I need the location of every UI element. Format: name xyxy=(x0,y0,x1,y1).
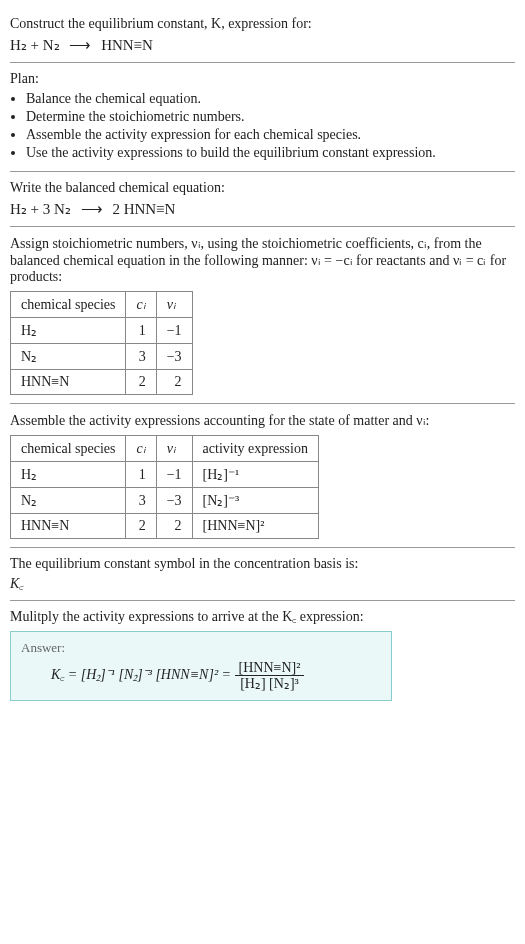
arrow-icon: ⟶ xyxy=(81,200,103,218)
cell-species: H₂ xyxy=(11,462,126,488)
col-nui: νᵢ xyxy=(156,436,192,462)
symbol-section: The equilibrium constant symbol in the c… xyxy=(10,548,515,601)
plan-section: Plan: Balance the chemical equation. Det… xyxy=(10,63,515,172)
table-row: H₂ 1 −1 [H₂]⁻¹ xyxy=(11,462,319,488)
plan-item: Determine the stoichiometric numbers. xyxy=(26,109,515,125)
answer-fraction: [HNN≡N]² [H₂] [N₂]³ xyxy=(235,660,305,692)
plan-title: Plan: xyxy=(10,71,515,87)
table-row: N₂ 3 −3 [N₂]⁻³ xyxy=(11,488,319,514)
cell-species: H₂ xyxy=(11,318,126,344)
balanced-section: Write the balanced chemical equation: H₂… xyxy=(10,172,515,227)
cell-nui: −1 xyxy=(156,462,192,488)
cell-ci: 1 xyxy=(126,318,156,344)
cell-species: N₂ xyxy=(11,344,126,370)
cell-species: HNN≡N xyxy=(11,370,126,395)
stoich-table: chemical species cᵢ νᵢ H₂ 1 −1 N₂ 3 −3 H… xyxy=(10,291,193,395)
cell-nui: 2 xyxy=(156,514,192,539)
cell-activity: [HNN≡N]² xyxy=(192,514,318,539)
table-row: N₂ 3 −3 xyxy=(11,344,193,370)
answer-lhs: K꜀ = [H₂]⁻¹ [N₂]⁻³ [HNN≡N]² = xyxy=(51,667,231,682)
cell-nui: 2 xyxy=(156,370,192,395)
arrow-icon: ⟶ xyxy=(69,36,91,54)
table-header-row: chemical species cᵢ νᵢ xyxy=(11,292,193,318)
cell-nui: −3 xyxy=(156,344,192,370)
stoich-text: Assign stoichiometric numbers, νᵢ, using… xyxy=(10,235,515,285)
table-row: H₂ 1 −1 xyxy=(11,318,193,344)
balanced-eq-lhs: H₂ + 3 N₂ xyxy=(10,201,71,217)
cell-ci: 3 xyxy=(126,344,156,370)
cell-nui: −3 xyxy=(156,488,192,514)
activity-table: chemical species cᵢ νᵢ activity expressi… xyxy=(10,435,319,539)
answer-label: Answer: xyxy=(21,640,381,656)
cell-species: N₂ xyxy=(11,488,126,514)
intro-line1: Construct the equilibrium constant, K, e… xyxy=(10,16,312,31)
stoich-section: Assign stoichiometric numbers, νᵢ, using… xyxy=(10,227,515,404)
col-activity: activity expression xyxy=(192,436,318,462)
cell-activity: [N₂]⁻³ xyxy=(192,488,318,514)
cell-activity: [H₂]⁻¹ xyxy=(192,462,318,488)
balanced-title: Write the balanced chemical equation: xyxy=(10,180,515,196)
fraction-numerator: [HNN≡N]² xyxy=(235,660,305,676)
plan-item: Assemble the activity expression for eac… xyxy=(26,127,515,143)
table-header-row: chemical species cᵢ νᵢ activity expressi… xyxy=(11,436,319,462)
plan-item: Balance the chemical equation. xyxy=(26,91,515,107)
col-ci: cᵢ xyxy=(126,436,156,462)
col-ci: cᵢ xyxy=(126,292,156,318)
intro-equation: H₂ + N₂ ⟶ HNN≡N xyxy=(10,36,515,54)
balanced-eq-rhs: 2 HNN≡N xyxy=(112,201,175,217)
cell-ci: 2 xyxy=(126,514,156,539)
symbol-title: The equilibrium constant symbol in the c… xyxy=(10,556,515,572)
balanced-equation: H₂ + 3 N₂ ⟶ 2 HNN≡N xyxy=(10,200,515,218)
col-nui: νᵢ xyxy=(156,292,192,318)
cell-ci: 3 xyxy=(126,488,156,514)
table-row: HNN≡N 2 2 xyxy=(11,370,193,395)
intro-eq-rhs: HNN≡N xyxy=(101,37,153,53)
plan-item: Use the activity expressions to build th… xyxy=(26,145,515,161)
answer-box: Answer: K꜀ = [H₂]⁻¹ [N₂]⁻³ [HNN≡N]² = [H… xyxy=(10,631,392,701)
col-species: chemical species xyxy=(11,292,126,318)
cell-ci: 2 xyxy=(126,370,156,395)
col-species: chemical species xyxy=(11,436,126,462)
cell-nui: −1 xyxy=(156,318,192,344)
plan-list: Balance the chemical equation. Determine… xyxy=(10,91,515,161)
cell-species: HNN≡N xyxy=(11,514,126,539)
fraction-denominator: [H₂] [N₂]³ xyxy=(235,676,305,691)
symbol-value: K꜀ xyxy=(10,576,515,592)
table-row: HNN≡N 2 2 [HNN≡N]² xyxy=(11,514,319,539)
answer-expression: K꜀ = [H₂]⁻¹ [N₂]⁻³ [HNN≡N]² = [HNN≡N]² [… xyxy=(21,660,381,692)
cell-ci: 1 xyxy=(126,462,156,488)
intro-text: Construct the equilibrium constant, K, e… xyxy=(10,16,515,32)
intro-section: Construct the equilibrium constant, K, e… xyxy=(10,8,515,63)
activity-section: Assemble the activity expressions accoun… xyxy=(10,404,515,548)
intro-eq-lhs: H₂ + N₂ xyxy=(10,37,60,53)
final-title: Mulitply the activity expressions to arr… xyxy=(10,609,515,625)
activity-text: Assemble the activity expressions accoun… xyxy=(10,412,515,429)
final-section: Mulitply the activity expressions to arr… xyxy=(10,601,515,709)
